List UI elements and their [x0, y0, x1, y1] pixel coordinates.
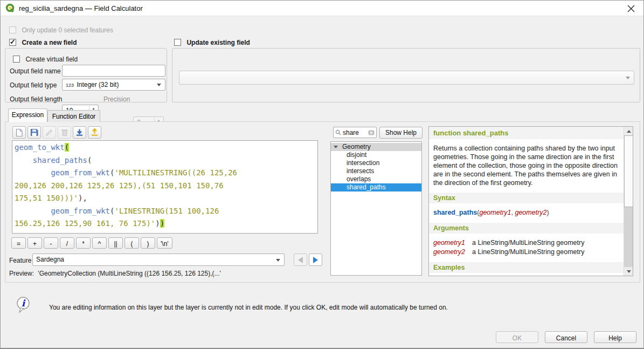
tree-item-label: intersects [347, 167, 374, 175]
export-expression-button[interactable] [88, 126, 101, 139]
expression-toolbar [12, 126, 101, 139]
argument-row: geometry2a LineString/MultiLineString ge… [433, 248, 619, 257]
window-title: reg_sicilia_sardegna — Field Calculator [19, 4, 143, 12]
tree-item-disjoint[interactable]: disjoint [331, 151, 421, 159]
combo-arrow-icon [276, 259, 280, 262]
operator-button[interactable]: / [60, 237, 74, 249]
tree-item-intersection[interactable]: intersection [331, 159, 421, 167]
new-expression-button[interactable] [12, 126, 26, 139]
create-virtual-field-label: Create virtual field [25, 56, 78, 63]
dialog-buttons: OKCancelHelp [496, 331, 636, 343]
new-expression-icon [15, 128, 23, 137]
operator-button[interactable]: + [27, 237, 42, 249]
tree-item-label: Geometry [342, 143, 371, 150]
argument-row: geometry1a LineString/MultiLineString ge… [433, 238, 619, 248]
expression-code-line: 200,126 200,126 125,26 125),(51 150,101 … [15, 180, 315, 193]
create-virtual-field-checkbox[interactable] [13, 56, 20, 63]
preview-label: Preview: [9, 270, 34, 277]
qgis-logo-icon [5, 3, 16, 13]
operator-button[interactable]: = [11, 237, 26, 249]
preview-line: Preview: 'GeometryCollection (MultiLineS… [9, 270, 221, 277]
only-update-checkbox[interactable] [9, 26, 16, 33]
tree-item-intersects[interactable]: intersects [331, 167, 421, 175]
show-help-button[interactable]: Show Help [379, 127, 423, 139]
operator-buttons: =+-/*^||()'\n' [11, 237, 172, 249]
output-field-length-label: Output field length [10, 95, 62, 103]
scrollbar-thumb[interactable] [624, 135, 633, 207]
scrollbar-up-icon[interactable] [624, 127, 633, 135]
expression-code-line: shared_paths( [15, 154, 315, 167]
previous-feature-button [294, 254, 307, 266]
import-expression-button[interactable] [73, 126, 86, 139]
output-field-type-value: Integer (32 bit) [77, 81, 119, 88]
create-new-field-checkbox[interactable] [9, 39, 16, 46]
create-new-field-label: Create a new field [22, 39, 77, 46]
operator-button[interactable]: - [44, 237, 58, 249]
next-feature-button[interactable] [309, 254, 322, 266]
tree-item-shared_paths[interactable]: shared_paths [331, 183, 421, 191]
help-button[interactable]: Help [594, 331, 636, 343]
help-scrollbar[interactable] [624, 127, 633, 276]
operator-button[interactable]: ) [141, 237, 155, 249]
tree-item-label: disjoint [347, 151, 366, 159]
operator-button[interactable]: ( [124, 237, 139, 249]
create-new-field-checkbox-row[interactable]: Create a new field [9, 37, 77, 47]
help-arguments-heading: Arguments [429, 223, 624, 234]
argument-description: a LineString/MultiLineString geometry [472, 238, 584, 248]
update-existing-field-label: Update existing field [186, 39, 250, 46]
expression-code-line: geom_from_wkt('MULTILINESTRING((26 125,2… [15, 167, 315, 180]
search-value: share [343, 129, 366, 136]
ok-button: OK [496, 331, 538, 343]
prev-feature-icon [298, 257, 303, 263]
argument-description: a LineString/MultiLineString geometry [472, 248, 584, 257]
operator-button[interactable]: || [108, 237, 123, 249]
tab-function-editor[interactable]: Function Editor [47, 110, 100, 122]
cancel-button[interactable]: Cancel [545, 331, 587, 343]
operator-button[interactable]: '\n' [157, 237, 172, 249]
update-existing-field-checkbox-row[interactable]: Update existing field [174, 37, 250, 47]
argument-name: geometry1 [433, 238, 472, 248]
edit-expression-icon [45, 128, 53, 136]
expander-icon[interactable] [334, 146, 338, 148]
function-tree: Geometrydisjointintersectionintersectsov… [330, 141, 422, 276]
operator-button[interactable]: ^ [92, 237, 107, 249]
search-icon [335, 129, 341, 135]
tab-expression[interactable]: Expression [8, 108, 47, 122]
output-field-type-label: Output field type [10, 81, 57, 89]
new-field-groupbox: Create virtual field Output field name O… [5, 48, 167, 102]
edit-expression-button [43, 126, 56, 139]
existing-field-combo [179, 71, 634, 85]
precision-label: Precision [103, 95, 130, 103]
combo-arrow-icon [157, 84, 161, 86]
tree-item-label: shared_paths [347, 183, 386, 191]
help-examples-heading: Examples [429, 262, 624, 273]
save-expression-button[interactable] [27, 126, 41, 139]
expression-code-line: geom_from_wkt('LINESTRING(151 100,126 [15, 205, 315, 218]
feature-value: Sardegna [36, 256, 64, 263]
output-field-name-label: Output field name [10, 67, 61, 75]
footer-message: You are editing information on this laye… [49, 304, 448, 311]
search-input[interactable]: share [333, 127, 377, 138]
create-virtual-field-row[interactable]: Create virtual field [13, 54, 78, 64]
output-field-type-combo[interactable]: 123 Integer (32 bit) [62, 79, 165, 91]
expression-code-line: 156.25,126 125,90 161, 76 175)')) [15, 217, 315, 230]
feature-combo[interactable]: Sardegna [32, 254, 285, 266]
output-field-name-input[interactable] [62, 65, 165, 77]
expression-editor[interactable]: geom_to_wkt( shared_paths( geom_from_wkt… [12, 140, 318, 234]
scrollbar-down-icon[interactable] [624, 267, 633, 276]
help-syntax-heading: Syntax [429, 193, 624, 203]
only-update-checkbox-row[interactable]: Only update 0 selected features [9, 25, 113, 35]
export-expression-icon [91, 128, 99, 136]
delete-expression-button [58, 126, 71, 139]
argument-name: geometry2 [433, 248, 472, 257]
clear-search-icon[interactable] [368, 129, 375, 136]
tree-item-label: intersection [347, 159, 379, 167]
tree-item-overlaps[interactable]: overlaps [331, 175, 421, 183]
close-icon[interactable] [626, 4, 636, 13]
operator-button[interactable]: * [76, 237, 91, 249]
update-existing-field-checkbox[interactable] [174, 39, 181, 46]
feature-label: Feature [9, 257, 31, 264]
tree-group-geometry[interactable]: Geometry [331, 143, 421, 151]
combo-arrow-icon [626, 77, 630, 79]
help-description: Returns a collection containing paths sh… [429, 139, 624, 187]
